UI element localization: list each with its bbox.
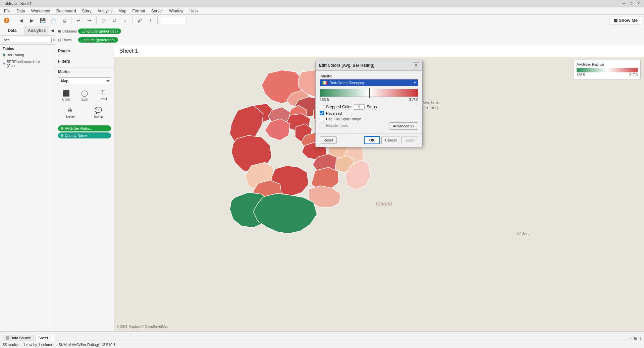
menu-server[interactable]: Server <box>149 8 166 14</box>
steps-input[interactable]: 5 <box>354 104 365 110</box>
menu-dashboard[interactable]: Dashboard <box>54 8 79 14</box>
map-container[interactable]: Ireland NorthernIreland Wales © 2021 Map… <box>114 57 644 331</box>
rows-pill[interactable]: Latitude (generated) <box>78 37 118 43</box>
svg-marker-32 <box>253 193 317 234</box>
marks-type-row: Map <box>55 76 114 85</box>
avg-ber-pill[interactable]: AVG(Ber Ratin... <box>58 125 111 131</box>
color-btn[interactable]: ⬛ Color <box>59 88 73 103</box>
legend-gradient <box>577 68 638 72</box>
label-btn[interactable]: T Label <box>96 88 109 103</box>
forward-btn[interactable]: ▶ <box>27 16 37 25</box>
include-totals-label: Include Totals <box>326 123 348 127</box>
tooltip-btn[interactable]: 💬 Tooltip <box>91 105 106 120</box>
sep3 <box>96 17 97 24</box>
menu-help[interactable]: Help <box>187 8 201 14</box>
undo-btn[interactable]: ↩ <box>74 16 83 25</box>
swap-btn[interactable]: ⇄ <box>110 16 119 25</box>
legend-max: 317.0 <box>629 73 638 77</box>
connect-btn[interactable]: ⬡ <box>99 16 108 25</box>
tab-bar-actions: + ⊞ ↕ <box>630 336 641 341</box>
data-source-tab[interactable]: 🗄 Data Source <box>3 335 34 341</box>
print-btn[interactable]: 🖨 <box>59 16 69 25</box>
new-sheet-icon[interactable]: + <box>630 336 632 341</box>
palette-label: Palette: <box>320 74 418 78</box>
columns-pill[interactable]: Longitude (generated) <box>78 28 121 34</box>
tab-bar-bottom: 🗄 Data Source Sheet 1 + ⊞ ↕ <box>0 331 644 341</box>
sheet-tab[interactable]: Sheet 1 <box>35 335 54 341</box>
minimize-btn[interactable]: ─ <box>622 1 627 6</box>
marks-detail-icons: ⊕ Detail 💬 Tooltip <box>55 104 114 122</box>
reversed-row: Reversed <box>320 111 418 115</box>
tableau-logo-btn[interactable]: T <box>2 16 11 25</box>
shelves: ⊞ Columns Longitude (generated) ⊟ Rows L… <box>55 26 644 45</box>
reversed-checkbox[interactable] <box>320 111 324 115</box>
palette-row: Palette: Red-Green Diverging ▾ <box>320 74 418 86</box>
rows-cols: 1 row by 1 column <box>23 343 53 347</box>
search-field[interactable] <box>160 17 187 24</box>
text-btn[interactable]: T <box>146 16 155 25</box>
sort-btn[interactable]: ↕ <box>120 16 130 25</box>
dialog-footer: Reset OK Cancel Apply <box>316 133 422 147</box>
menu-window[interactable]: Window <box>166 8 186 14</box>
new-btn[interactable]: 📄 <box>49 16 58 25</box>
tooltip-icon: 💬 <box>95 107 102 114</box>
clear-search-icon[interactable]: ✕ <box>52 38 55 42</box>
data-item-ber-public[interactable]: # BERPublicsearch.txt (Cou... <box>0 59 55 69</box>
advanced-btn[interactable]: Advanced >> <box>389 122 418 130</box>
duplicate-sheet-icon[interactable]: ⊞ <box>634 336 637 341</box>
color-icon: ⬛ <box>62 90 70 97</box>
menu-story[interactable]: Story <box>79 8 94 14</box>
county-name-pill[interactable]: County Name <box>58 132 111 138</box>
redo-btn[interactable]: ↪ <box>85 16 94 25</box>
palette-value: Red-Green Diverging <box>329 81 364 85</box>
tab-data[interactable]: Data <box>0 26 25 35</box>
menu-bar: File Data Worksheet Dashboard Story Anal… <box>0 7 644 15</box>
apply-btn[interactable]: Apply <box>401 136 418 144</box>
rows-icon: ⊟ <box>58 38 61 42</box>
search-input[interactable] <box>2 37 52 43</box>
marks-panel: Pages Filters Marks Map ⬛ Color ◯ <box>55 45 114 331</box>
include-totals-checkbox <box>320 123 324 128</box>
legend-panel: AVG(Ber Rating) 166.5 317.0 <box>574 60 641 79</box>
menu-analysis[interactable]: Analysis <box>95 8 115 14</box>
sep2 <box>71 17 71 24</box>
dialog-close-btn[interactable]: ✕ <box>413 62 419 68</box>
menu-worksheet[interactable]: Worksheet <box>29 8 53 14</box>
menu-format[interactable]: Format <box>130 8 148 14</box>
dialog-body: Palette: Red-Green Diverging ▾ <box>316 71 422 133</box>
detail-btn[interactable]: ⊕ Detail <box>63 105 77 120</box>
palette-color-swatch <box>322 81 327 84</box>
cancel-btn[interactable]: Cancel <box>381 136 400 144</box>
dialog-action-btns: OK Cancel Apply <box>364 136 418 144</box>
collapse-panel-btn[interactable]: ◀ <box>49 26 55 35</box>
color-min-val: 166.5 <box>320 98 329 102</box>
marks-type-select[interactable]: Map <box>58 77 111 84</box>
menu-file[interactable]: File <box>1 8 13 14</box>
menu-data[interactable]: Data <box>14 8 28 14</box>
menu-map[interactable]: Map <box>116 8 129 14</box>
save-btn[interactable]: 💾 <box>38 16 47 25</box>
size-btn[interactable]: ◯ Size <box>78 88 91 103</box>
tab-analytics[interactable]: Analytics <box>25 26 50 35</box>
data-item-ber-rating[interactable]: # Ber Rating <box>0 51 55 59</box>
palette-dropdown[interactable]: Red-Green Diverging ▾ <box>320 79 418 86</box>
app-title: Tableau - Book1 <box>3 1 32 6</box>
show-me-button[interactable]: ▦ Show Me <box>609 16 642 24</box>
sort-sheets-icon[interactable]: ↕ <box>639 336 641 341</box>
color-strip-row: 166.5 317.0 <box>320 89 418 102</box>
color-strip[interactable] <box>320 89 418 97</box>
stepped-color-row: Stepped Color 5 Steps <box>320 104 418 110</box>
data-analytics-tabs: Data Analytics ◀ <box>0 26 55 36</box>
window-controls[interactable]: ─ □ ✕ <box>622 1 641 6</box>
maximize-btn[interactable]: □ <box>629 1 634 6</box>
back-btn[interactable]: ◀ <box>16 16 26 25</box>
brush-btn[interactable]: 🖌 <box>135 16 144 25</box>
reset-btn[interactable]: Reset <box>320 136 337 144</box>
ok-btn[interactable]: OK <box>364 136 380 144</box>
full-range-checkbox[interactable] <box>320 117 324 121</box>
close-btn[interactable]: ✕ <box>636 1 641 6</box>
ber-rating-label: Ber Rating <box>7 53 24 57</box>
stepped-color-checkbox[interactable] <box>320 105 324 109</box>
main-layout: Data Analytics ◀ ✕ ▾ ☰ Tables # Ber Rati… <box>0 26 644 331</box>
legend-title: AVG(Ber Rating) <box>577 62 638 66</box>
